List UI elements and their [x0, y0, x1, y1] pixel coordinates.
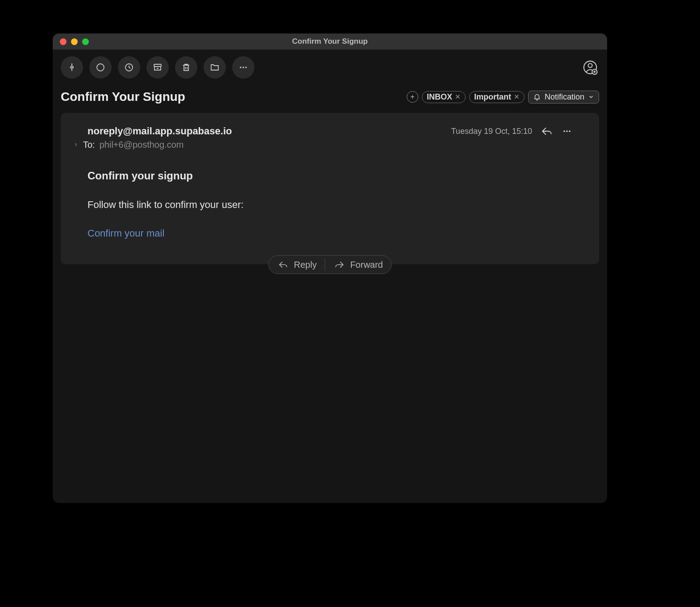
pin-button[interactable] [61, 56, 83, 79]
svg-point-11 [569, 130, 571, 132]
email-window: Confirm Your Signup Confirm Your Signup [53, 33, 607, 503]
more-horizontal-icon [562, 126, 572, 137]
traffic-lights [60, 38, 89, 45]
svg-point-4 [242, 67, 244, 68]
mark-unread-button[interactable] [89, 56, 112, 79]
snooze-button[interactable] [118, 56, 140, 79]
svg-point-10 [566, 130, 568, 132]
bell-icon [533, 93, 541, 101]
to-address: phil+6@posthog.com [100, 140, 184, 150]
user-plus-icon [583, 60, 598, 75]
reply-arrow-icon [277, 260, 289, 270]
close-window-button[interactable] [60, 38, 67, 45]
confirm-link[interactable]: Confirm your mail [88, 228, 572, 239]
remove-tag-icon[interactable]: ✕ [514, 93, 520, 101]
notification-label: Notification [545, 92, 584, 102]
minimize-window-button[interactable] [71, 38, 78, 45]
tag-inbox[interactable]: INBOX ✕ [422, 91, 466, 103]
archive-icon [152, 62, 163, 73]
divider [325, 258, 325, 271]
message-card: noreply@mail.app.supabase.io To: phil+6@… [61, 113, 599, 264]
to-label: To: [83, 140, 95, 150]
tag-label: INBOX [427, 92, 452, 102]
message-body: Confirm your signup Follow this link to … [88, 170, 572, 239]
forward-button[interactable]: Forward [333, 260, 383, 270]
delete-button[interactable] [175, 56, 197, 79]
add-tag-button[interactable]: + [407, 91, 418, 103]
svg-point-5 [245, 67, 247, 68]
svg-point-7 [588, 63, 592, 67]
toolbar [53, 50, 607, 85]
move-button[interactable] [204, 56, 226, 79]
svg-point-3 [240, 67, 242, 68]
svg-rect-2 [154, 64, 161, 67]
maximize-window-button[interactable] [82, 38, 89, 45]
message-header: noreply@mail.app.supabase.io To: phil+6@… [88, 125, 572, 150]
window-title: Confirm Your Signup [292, 37, 367, 46]
clock-icon [124, 62, 134, 73]
forward-arrow-icon [333, 260, 346, 270]
titlebar: Confirm Your Signup [53, 33, 607, 50]
circle-icon [95, 62, 106, 73]
plus-icon: + [410, 93, 414, 101]
folder-icon [209, 62, 220, 73]
email-subject: Confirm Your Signup [61, 90, 407, 104]
chevron-right-icon [73, 142, 79, 147]
expand-recipients-button[interactable] [73, 141, 79, 149]
more-button[interactable] [232, 56, 254, 79]
from-address: noreply@mail.app.supabase.io [88, 125, 451, 137]
header-row: Confirm Your Signup + INBOX ✕ Important … [53, 85, 607, 113]
svg-point-9 [563, 130, 565, 132]
reply-button[interactable]: Reply [277, 260, 317, 270]
remove-tag-icon[interactable]: ✕ [455, 93, 461, 101]
pin-icon [67, 62, 77, 73]
timestamp: Tuesday 19 Oct, 15:10 [451, 127, 532, 136]
add-contact-button[interactable] [581, 58, 599, 76]
forward-label: Forward [350, 260, 383, 270]
svg-point-0 [97, 64, 104, 71]
body-text: Follow this link to confirm your user: [88, 199, 572, 211]
recombustão: Reply [294, 260, 317, 270]
tag-label: Important [474, 92, 511, 102]
archive-button[interactable] [146, 56, 169, 79]
chevron-down-icon [588, 94, 594, 100]
message-more-button[interactable] [562, 126, 572, 137]
reply-arrow-icon [540, 125, 554, 137]
reply-icon-button[interactable] [540, 125, 554, 137]
tag-important[interactable]: Important ✕ [469, 91, 525, 103]
footer-actions: Reply Forward [268, 255, 392, 274]
notification-dropdown[interactable]: Notification [528, 91, 599, 104]
tag-area: + INBOX ✕ Important ✕ Notification [407, 91, 599, 104]
more-horizontal-icon [238, 62, 249, 73]
body-heading: Confirm your signup [88, 170, 572, 182]
trash-icon [181, 62, 192, 73]
